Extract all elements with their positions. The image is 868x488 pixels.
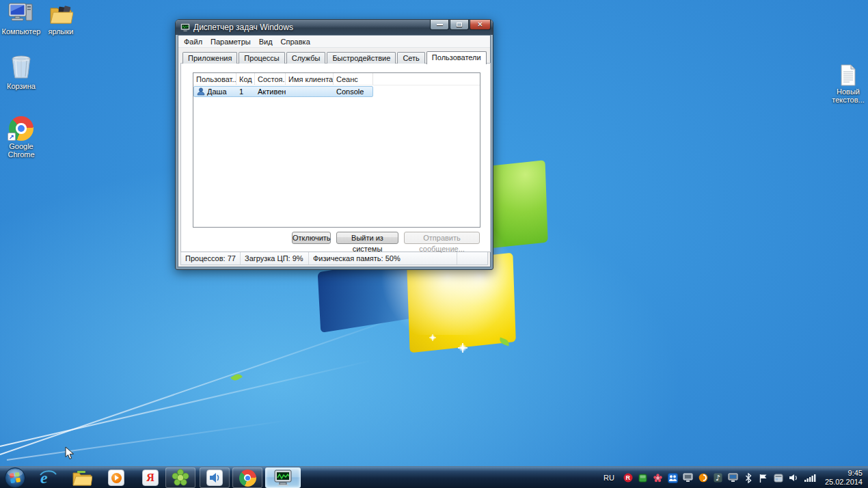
desktop-icon-label: Компьютер	[0, 27, 42, 36]
speaker-app-icon	[206, 470, 223, 486]
task-manager-icon	[274, 470, 292, 486]
tray-green-square-icon[interactable]	[638, 472, 649, 483]
column-header-id[interactable]: Код	[236, 73, 255, 85]
tab-services[interactable]: Службы	[286, 52, 326, 64]
taskbar-yandex-browser[interactable]: Я	[137, 467, 164, 488]
recycle-bin-icon	[0, 56, 42, 81]
users-list[interactable]: Пользоват... Код Состоя... Имя клиента С…	[193, 72, 480, 228]
menu-help[interactable]: Справка	[277, 37, 314, 46]
desktop-icon-recycle-bin[interactable]: Корзина	[0, 56, 42, 90]
chrome-icon: ↗	[8, 116, 35, 141]
task-manager-window: Диспетчер задач Windows ✕ Файл Параметры…	[175, 19, 493, 270]
internet-explorer-icon: e	[38, 469, 57, 487]
taskbar-audio-player[interactable]	[200, 467, 230, 488]
user-status: Активен	[255, 87, 286, 96]
tray-orange-circle-icon[interactable]	[698, 472, 709, 483]
desktop-icon-label: Google Chrome	[0, 142, 42, 159]
user-row-selected[interactable]: Даша 1 Активен Console	[193, 86, 373, 97]
tray-network-signal-icon[interactable]	[803, 472, 817, 483]
tray-windows-update-icon[interactable]	[773, 472, 784, 483]
status-cpu: Загрузка ЦП: 9%	[241, 252, 309, 265]
tabstrip: Приложения Процессы Службы Быстродействи…	[182, 50, 487, 64]
user-session: Console	[334, 87, 371, 96]
window-title: Диспетчер задач Windows	[193, 23, 293, 32]
window-titlebar[interactable]: Диспетчер задач Windows ✕	[176, 20, 493, 35]
menubar: Файл Параметры Вид Справка	[178, 36, 490, 48]
computer-icon	[0, 1, 42, 26]
taskbar-google-chrome[interactable]	[232, 467, 262, 488]
taskbar-task-manager-active[interactable]	[265, 467, 301, 488]
mouse-cursor	[65, 446, 74, 460]
tab-performance[interactable]: Быстродействие	[327, 52, 396, 64]
yandex-icon: Я	[142, 470, 159, 486]
folder-icon	[40, 1, 82, 26]
chrome-icon	[239, 470, 256, 487]
desktop-icon-computer[interactable]: Компьютер	[0, 1, 42, 36]
start-button[interactable]	[1, 467, 29, 488]
column-header-user[interactable]: Пользоват...	[193, 73, 236, 85]
taskbar-icq[interactable]	[165, 467, 195, 488]
svg-text:♪: ♪	[716, 474, 720, 483]
taskbar: e Я	[0, 466, 868, 488]
tab-users[interactable]: Пользователи	[426, 51, 487, 64]
task-manager-icon	[180, 23, 190, 32]
user-icon	[197, 87, 205, 96]
tray-action-center-flag-icon[interactable]	[758, 472, 769, 483]
explorer-folder-icon	[72, 469, 92, 487]
column-header-session[interactable]: Сеанс	[334, 73, 373, 85]
status-processes: Процессов: 77	[181, 252, 241, 265]
minimize-button[interactable]	[430, 20, 449, 30]
tray-r-icon[interactable]: R	[623, 472, 634, 483]
user-name: Даша	[207, 87, 227, 96]
svg-text:R: R	[626, 474, 631, 481]
taskbar-windows-explorer[interactable]	[68, 467, 96, 488]
users-tab-page: Пользоват... Код Состоя... Имя клиента С…	[180, 63, 491, 252]
taskbar-internet-explorer[interactable]: e	[34, 467, 62, 488]
wallpaper-sparkle	[458, 343, 467, 353]
logoff-button[interactable]: Выйти из системы	[336, 232, 398, 244]
tray-bluetooth-icon[interactable]	[743, 472, 754, 483]
tray-blue-people-icon[interactable]	[668, 472, 679, 483]
tab-processes[interactable]: Процессы	[239, 52, 284, 64]
menu-file[interactable]: Файл	[180, 37, 206, 46]
tray-music-note-icon[interactable]: ♪	[713, 472, 724, 483]
media-player-icon	[108, 470, 124, 486]
tray-display-icon[interactable]	[728, 472, 739, 483]
menu-options[interactable]: Параметры	[206, 37, 255, 46]
taskbar-clock[interactable]: 9:45 25.02.2014	[825, 469, 863, 487]
shortcut-arrow-icon: ↗	[8, 133, 16, 141]
send-message-button: Отправить сообщение...	[404, 232, 480, 244]
column-header-client-name[interactable]: Имя клиента	[286, 73, 334, 85]
taskbar-media-player[interactable]	[103, 467, 130, 488]
window-body: Файл Параметры Вид Справка Приложения Пр…	[178, 35, 491, 267]
close-icon: ✕	[477, 21, 483, 28]
wallpaper-sparkle	[429, 334, 436, 341]
tray-monitor-icon[interactable]	[683, 472, 694, 483]
windows-orb-icon	[4, 467, 26, 488]
clock-date: 25.02.2014	[825, 478, 863, 487]
close-button[interactable]: ✕	[470, 20, 491, 30]
icq-flower-icon	[172, 469, 189, 487]
maximize-button[interactable]	[450, 20, 469, 30]
desktop-icon-new-text-document[interactable]: Новый текстов...	[828, 63, 868, 104]
desktop-icon-label: ярлыки	[40, 27, 82, 36]
text-document-icon	[828, 63, 868, 86]
system-tray: RU R	[603, 467, 868, 488]
desktop-icon-label: Новый текстов...	[828, 87, 868, 104]
desktop-icon-shortcuts-folder[interactable]: ярлыки	[40, 1, 82, 36]
column-header-status[interactable]: Состоя...	[255, 73, 286, 85]
tray-volume-icon[interactable]	[788, 472, 799, 483]
tab-applications[interactable]: Приложения	[182, 52, 237, 64]
disconnect-button[interactable]: Отключить	[292, 232, 331, 244]
desktop-icon-google-chrome[interactable]: ↗ Google Chrome	[0, 116, 42, 159]
tab-network[interactable]: Сеть	[397, 52, 424, 64]
users-list-header: Пользоват... Код Состоя... Имя клиента С…	[193, 73, 480, 85]
clock-time: 9:45	[825, 469, 863, 478]
user-id: 1	[236, 87, 255, 96]
desktop[interactable]: Компьютер ярлыки Корзина	[0, 0, 868, 488]
desktop-icon-label: Корзина	[0, 82, 42, 90]
tray-red-flower-icon[interactable]	[653, 472, 664, 483]
menu-view[interactable]: Вид	[255, 37, 277, 46]
language-indicator[interactable]: RU	[603, 474, 614, 482]
